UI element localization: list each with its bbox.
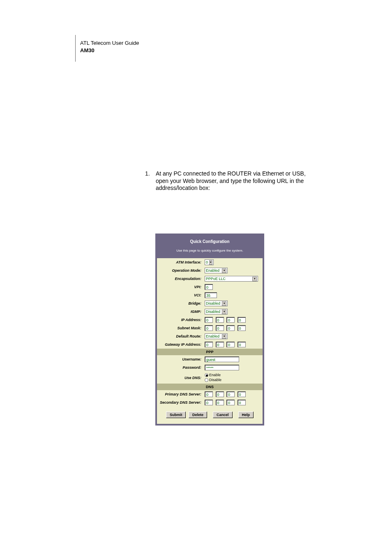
chevron-down-icon: ▾ xyxy=(222,268,226,273)
label-gateway-ip: Gateway IP Address: xyxy=(157,340,203,349)
ip-octet-3[interactable]: 0 xyxy=(226,317,235,323)
header-divider xyxy=(75,35,76,62)
chevron-down-icon: ▾ xyxy=(222,310,226,314)
row-primary-dns: Primary DNS Server: 0 0 0 0 xyxy=(157,390,263,398)
label-username: Username: xyxy=(157,355,203,363)
row-atm-interface: ATM Interface: 0 ▾ xyxy=(157,258,263,266)
label-subnet-mask: Subnet Mask: xyxy=(157,324,203,332)
label-operation-mode: Operation Mode: xyxy=(157,266,203,275)
primary-dns-octet-2[interactable]: 0 xyxy=(216,391,224,397)
chevron-down-icon: ▾ xyxy=(222,334,226,339)
label-vpi: VPI: xyxy=(157,283,203,291)
row-vpi: VPI: 0 xyxy=(157,283,263,291)
use-dns-disable-label: Disable xyxy=(209,378,221,382)
atm-interface-select[interactable]: 0 ▾ xyxy=(205,259,214,265)
secondary-dns-octet-3[interactable]: 0 xyxy=(226,400,235,405)
header-line1: ATL Telecom User Guide xyxy=(80,39,139,47)
label-ip-address: IP Address: xyxy=(157,316,203,324)
vci-input[interactable]: 35 xyxy=(205,292,217,298)
row-igmp: IGMP: Disabled ▾ xyxy=(157,308,263,316)
subnet-octet-4[interactable]: 0 xyxy=(238,325,246,331)
instruction-text: At any PC connected to the ROUTER via Et… xyxy=(156,170,312,192)
chevron-down-icon: ▾ xyxy=(222,301,226,306)
primary-dns-octet-3[interactable]: 0 xyxy=(226,391,235,397)
delete-button[interactable]: Delete xyxy=(189,412,207,418)
cancel-button[interactable]: Cancel xyxy=(213,412,233,418)
row-ip-address: IP Address: 0 0 0 0 xyxy=(157,316,263,324)
label-vci: VCI: xyxy=(157,291,203,299)
chevron-down-icon: ▾ xyxy=(209,260,212,265)
panel-title: Quick Configuration xyxy=(157,235,263,246)
row-encapsulation: Encapsulation: PPPoE LLC ▾ xyxy=(157,275,263,283)
bridge-select[interactable]: Disabled ▾ xyxy=(205,301,228,306)
primary-dns-octet-4[interactable]: 0 xyxy=(238,391,246,397)
header-line2: AM30 xyxy=(80,47,139,54)
help-button[interactable]: Help xyxy=(238,412,254,418)
label-atm-interface: ATM Interface: xyxy=(157,258,203,266)
row-vci: VCI: 35 xyxy=(157,291,263,299)
row-subnet-mask: Subnet Mask: 0 0 0 0 xyxy=(157,324,263,332)
subnet-octet-2[interactable]: 0 xyxy=(216,325,224,331)
username-input[interactable]: guest xyxy=(205,356,239,362)
config-table: ATM Interface: 0 ▾ Operation Mode: Enabl… xyxy=(157,258,263,407)
default-route-select[interactable]: Enabled ▾ xyxy=(205,333,228,339)
use-dns-enable-radio[interactable] xyxy=(205,373,208,377)
primary-dns-octet-1[interactable]: 0 xyxy=(205,391,213,397)
vpi-input[interactable]: 0 xyxy=(205,284,213,290)
password-input[interactable]: ***** xyxy=(205,365,239,370)
instruction-step-1: 1. At any PC connected to the ROUTER via… xyxy=(145,170,314,192)
encapsulation-select[interactable]: PPPoE LLC ▾ xyxy=(205,276,258,282)
panel-subtitle: Use this page to quickly configure the s… xyxy=(157,246,263,258)
row-username: Username: guest xyxy=(157,355,263,363)
ip-octet-2[interactable]: 0 xyxy=(216,317,224,323)
ip-octet-1[interactable]: 0 xyxy=(205,317,213,323)
gateway-octet-4[interactable]: 0 xyxy=(238,342,246,347)
label-igmp: IGMP: xyxy=(157,308,203,316)
button-row: Submit Delete Cancel Help xyxy=(157,407,263,424)
use-dns-enable-label: Enable xyxy=(209,373,221,377)
secondary-dns-octet-2[interactable]: 0 xyxy=(216,400,224,405)
page-header: ATL Telecom User Guide AM30 xyxy=(80,39,139,54)
dns-section-header: DNS xyxy=(157,384,263,390)
label-encapsulation: Encapsulation: xyxy=(157,275,203,283)
row-use-dns: Use DNS: Enable Disable xyxy=(157,372,263,384)
chevron-down-icon: ▾ xyxy=(252,277,257,281)
secondary-dns-octet-4[interactable]: 0 xyxy=(238,400,246,405)
secondary-dns-octet-1[interactable]: 0 xyxy=(205,400,213,405)
row-gateway-ip: Gateway IP Address: 0 0 0 0 xyxy=(157,340,263,349)
subnet-octet-3[interactable]: 0 xyxy=(226,325,235,331)
label-primary-dns: Primary DNS Server: xyxy=(157,390,203,398)
label-bridge: Bridge: xyxy=(157,299,203,308)
use-dns-disable-radio[interactable] xyxy=(205,378,208,382)
row-password: Password: ***** xyxy=(157,363,263,372)
igmp-select[interactable]: Disabled ▾ xyxy=(205,309,228,314)
operation-mode-select[interactable]: Enabled ▾ xyxy=(205,268,228,273)
row-bridge: Bridge: Disabled ▾ xyxy=(157,299,263,308)
label-default-route: Default Route: xyxy=(157,332,203,340)
ppp-section-header: PPP xyxy=(157,349,263,355)
row-operation-mode: Operation Mode: Enabled ▾ xyxy=(157,266,263,275)
label-secondary-dns: Secondary DNS Server: xyxy=(157,398,203,407)
gateway-octet-1[interactable]: 0 xyxy=(205,342,213,347)
row-secondary-dns: Secondary DNS Server: 0 0 0 0 xyxy=(157,398,263,407)
label-password: Password: xyxy=(157,363,203,372)
ip-octet-4[interactable]: 0 xyxy=(238,317,246,323)
quick-configuration-panel: Quick Configuration Use this page to qui… xyxy=(155,234,264,426)
gateway-octet-3[interactable]: 0 xyxy=(226,342,235,347)
subnet-octet-1[interactable]: 0 xyxy=(205,325,213,331)
submit-button[interactable]: Submit xyxy=(166,412,186,418)
row-default-route: Default Route: Enabled ▾ xyxy=(157,332,263,340)
label-use-dns: Use DNS: xyxy=(157,372,203,384)
gateway-octet-2[interactable]: 0 xyxy=(216,342,224,347)
instruction-number: 1. xyxy=(145,170,154,178)
